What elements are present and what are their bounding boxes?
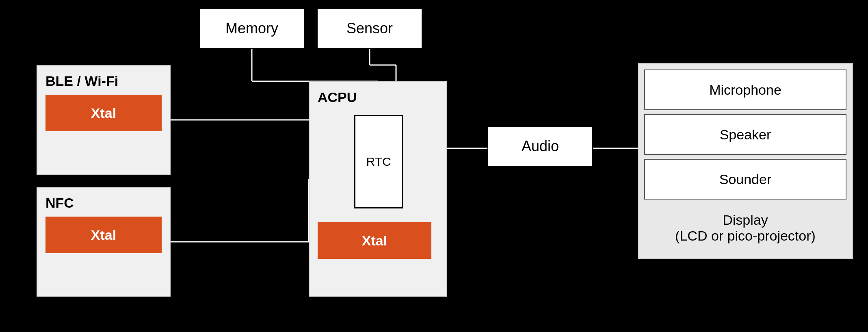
ble-xtal-button: Xtal	[45, 95, 162, 131]
audio-box: Audio	[487, 126, 593, 167]
nfc-module: NFC Xtal	[37, 187, 171, 297]
memory-label: Memory	[225, 20, 278, 37]
sounder-label: Sounder	[719, 171, 772, 187]
speaker-label: Speaker	[720, 127, 771, 143]
acpu-module: ACPU RTC Xtal	[309, 81, 447, 297]
nfc-title: NFC	[45, 195, 162, 211]
rtc-box: RTC	[354, 115, 403, 208]
sensor-label: Sensor	[346, 20, 393, 37]
audio-label: Audio	[522, 138, 559, 155]
sensor-box: Sensor	[317, 8, 422, 49]
display-box: Display (LCD or pico-projector)	[644, 204, 846, 252]
right-panel: Microphone Speaker Sounder Display (LCD …	[638, 63, 853, 259]
nfc-xtal-button: Xtal	[45, 217, 162, 253]
speaker-box: Speaker	[644, 114, 846, 155]
memory-box: Memory	[199, 8, 305, 49]
display-label: Display	[723, 212, 768, 228]
microphone-box: Microphone	[644, 69, 846, 110]
microphone-label: Microphone	[709, 82, 781, 98]
display-sublabel: (LCD or pico-projector)	[675, 228, 816, 244]
ble-wifi-module: BLE / Wi-Fi Xtal	[37, 65, 171, 175]
acpu-title: ACPU	[318, 89, 357, 105]
diagram: Memory Sensor BLE / Wi-Fi Xtal NFC Xtal …	[0, 0, 868, 332]
acpu-xtal-button: Xtal	[318, 222, 431, 259]
rtc-label: RTC	[366, 155, 391, 169]
sounder-box: Sounder	[644, 159, 846, 200]
ble-wifi-title: BLE / Wi-Fi	[45, 73, 162, 89]
